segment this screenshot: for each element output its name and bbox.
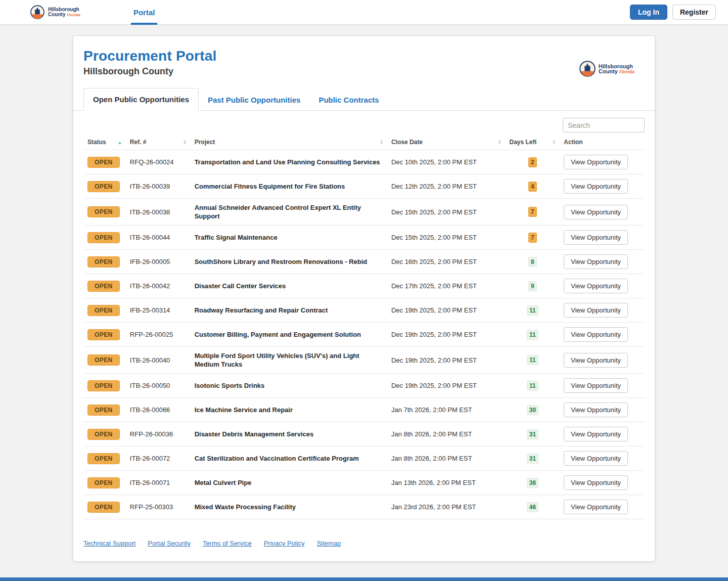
- status-badge: OPEN: [87, 281, 120, 292]
- column-header-status[interactable]: Status: [83, 139, 126, 146]
- opportunities-table: Status Ref. # Project Close Date Days Le…: [73, 137, 655, 519]
- column-header-action: Action: [560, 139, 645, 146]
- view-opportunity-button[interactable]: View Opportunity: [564, 475, 628, 490]
- view-opportunity-button[interactable]: View Opportunity: [564, 254, 628, 269]
- view-opportunity-button[interactable]: View Opportunity: [564, 327, 628, 342]
- nav-tab-portal[interactable]: Portal: [133, 0, 155, 25]
- days-left-badge: 7: [528, 233, 537, 243]
- days-left-badge: 36: [527, 478, 538, 488]
- project-name: Commercial Fitness Equipment for Fire St…: [191, 177, 387, 195]
- close-date: Jan 13th 2026, 2:00 PM EST: [387, 474, 506, 491]
- project-name: Mixed Waste Processing Facility: [191, 498, 387, 516]
- register-button[interactable]: Register: [672, 5, 716, 20]
- tab-past-public-opportunities[interactable]: Past Public Opportunities: [199, 90, 309, 110]
- view-opportunity-button[interactable]: View Opportunity: [564, 403, 628, 417]
- active-tab-underline: [131, 23, 158, 25]
- close-date: Dec 12th 2025, 2:00 PM EST: [387, 178, 506, 195]
- view-opportunity-button[interactable]: View Opportunity: [564, 179, 628, 194]
- status-badge: OPEN: [87, 502, 120, 513]
- days-left-badge: 9: [528, 281, 537, 291]
- project-name: Ice Machine Service and Repair: [191, 401, 387, 419]
- sort-icon: [183, 140, 187, 145]
- status-badge: OPEN: [87, 453, 120, 464]
- column-header-project[interactable]: Project: [191, 139, 387, 146]
- footer-link-technical-support[interactable]: Technical Support: [83, 540, 135, 547]
- footer-link-terms-of-service[interactable]: Terms of Service: [203, 540, 252, 547]
- brand-line2: County Florida: [48, 12, 80, 18]
- nav-tab-portal-label: Portal: [133, 8, 155, 17]
- log-in-button[interactable]: Log In: [630, 5, 667, 20]
- status-badge: OPEN: [87, 405, 120, 416]
- status-badge: OPEN: [87, 206, 120, 217]
- close-date: Dec 19th 2025, 2:00 PM EST: [387, 302, 506, 319]
- footer-link-sitemap[interactable]: Sitemap: [317, 540, 341, 547]
- ref-number: IFB-25-00314: [126, 302, 191, 319]
- view-opportunity-button[interactable]: View Opportunity: [564, 378, 628, 393]
- days-left-badge: 11: [527, 305, 538, 316]
- column-header-close-date[interactable]: Close Date: [387, 139, 506, 146]
- status-badge: OPEN: [87, 157, 120, 168]
- table-row: OPEN IFB-26-00005 SouthShore Library and…: [83, 250, 645, 274]
- footer-link-privacy-policy[interactable]: Privacy Policy: [264, 540, 305, 547]
- days-left-badge: 31: [527, 454, 538, 464]
- status-badge: OPEN: [87, 305, 120, 316]
- close-date: Jan 8th 2026, 2:00 PM EST: [387, 426, 506, 442]
- search-input[interactable]: [563, 118, 645, 132]
- view-opportunity-button[interactable]: View Opportunity: [564, 500, 628, 514]
- table-header-row: Status Ref. # Project Close Date Days Le…: [83, 137, 645, 150]
- ref-number: ITB-26-00039: [126, 178, 191, 195]
- ref-number: RFP-26-00025: [126, 326, 191, 343]
- view-opportunity-button[interactable]: View Opportunity: [564, 427, 628, 441]
- table-row: OPEN RFP-26-00036 Disaster Debris Manage…: [83, 422, 645, 446]
- table-row: OPEN ITB-26-00066 Ice Machine Service an…: [83, 398, 645, 422]
- project-name: Annual Schneider Advanced Control Expert…: [191, 199, 387, 225]
- county-logo: Hillsborough County Florida: [30, 5, 80, 19]
- close-date: Dec 10th 2025, 2:00 PM EST: [387, 154, 506, 170]
- project-name: SouthShore Library and Restroom Renovati…: [191, 253, 387, 271]
- status-badge: OPEN: [87, 354, 120, 366]
- days-left-badge: 4: [528, 182, 537, 192]
- status-badge: OPEN: [87, 477, 120, 488]
- days-left-badge: 11: [527, 381, 538, 391]
- close-date: Dec 16th 2025, 2:00 PM EST: [387, 253, 506, 270]
- brand-tagline: Florida: [619, 69, 634, 74]
- project-name: Cat Sterilization and Vaccination Certif…: [191, 450, 387, 467]
- ref-number: ITB-26-00038: [126, 204, 191, 220]
- sort-ascending-icon: [118, 139, 122, 146]
- footer-links: Technical SupportPortal SecurityTerms of…: [73, 519, 655, 551]
- page-bottom-bar: [0, 577, 728, 581]
- ref-number: RFQ-26-00024: [126, 154, 191, 170]
- days-left-badge: 7: [528, 207, 537, 217]
- view-opportunity-button[interactable]: View Opportunity: [564, 230, 628, 245]
- project-name: Traffic Signal Maintenance: [191, 229, 387, 246]
- tab-public-contracts[interactable]: Public Contracts: [309, 90, 388, 110]
- sort-icon: [498, 140, 502, 145]
- column-header-days-left[interactable]: Days Left: [505, 139, 560, 146]
- footer-link-portal-security[interactable]: Portal Security: [148, 540, 191, 547]
- view-opportunity-button[interactable]: View Opportunity: [564, 205, 628, 219]
- table-row: OPEN ITB-26-00039 Commercial Fitness Equ…: [83, 174, 645, 199]
- project-name: Customer Billing, Payment and Engagement…: [191, 326, 387, 343]
- project-name: Transportation and Land Use Planning Con…: [191, 153, 387, 171]
- ref-number: RFP-26-00036: [126, 426, 191, 442]
- days-left-badge: 8: [528, 257, 537, 267]
- project-name: Isotonic Sports Drinks: [191, 377, 387, 394]
- view-opportunity-button[interactable]: View Opportunity: [564, 279, 628, 293]
- view-opportunity-button[interactable]: View Opportunity: [564, 451, 628, 466]
- table-row: OPEN ITB-26-00044 Traffic Signal Mainten…: [83, 226, 645, 250]
- close-date: Dec 19th 2025, 2:00 PM EST: [387, 352, 506, 369]
- days-left-badge: 11: [527, 330, 538, 340]
- project-name: Disaster Call Center Services: [191, 277, 387, 295]
- ref-number: RFP-25-00303: [126, 499, 191, 515]
- status-badge: OPEN: [87, 380, 120, 391]
- ref-number: ITB-26-00071: [126, 474, 191, 491]
- view-opportunity-button[interactable]: View Opportunity: [564, 353, 628, 368]
- view-opportunity-button[interactable]: View Opportunity: [564, 303, 628, 318]
- ref-number: ITB-26-00040: [126, 352, 191, 369]
- tab-open-public-opportunities[interactable]: Open Public Opportunities: [83, 88, 199, 111]
- table-row: OPEN RFQ-26-00024 Transportation and Lan…: [83, 150, 645, 174]
- close-date: Dec 15th 2025, 2:00 PM EST: [387, 204, 506, 220]
- page-subtitle: Hillsborough County: [83, 66, 216, 77]
- view-opportunity-button[interactable]: View Opportunity: [564, 155, 628, 169]
- column-header-ref[interactable]: Ref. #: [126, 139, 191, 146]
